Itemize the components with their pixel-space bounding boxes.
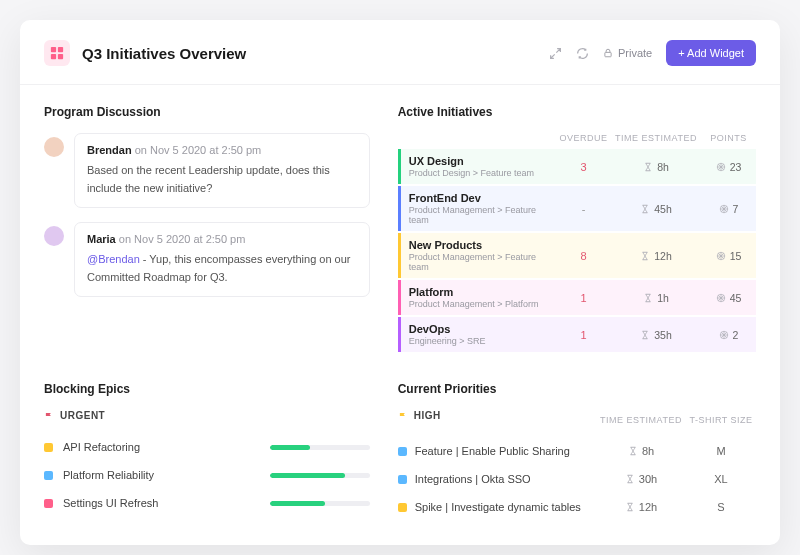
- progress-bar: [270, 473, 370, 478]
- comment-body[interactable]: Maria on Nov 5 2020 at 2:50 pm @Brendan …: [74, 222, 370, 297]
- time-estimated: 45h: [611, 203, 701, 215]
- points-icon: [716, 293, 726, 303]
- initiative-path: Product Management > Feature team: [409, 205, 556, 225]
- initiative-row[interactable]: Platform Product Management > Platform 1…: [398, 280, 756, 315]
- initiative-name: Platform: [409, 286, 556, 298]
- page-title: Q3 Initiatives Overview: [82, 45, 549, 62]
- overdue-count: 1: [556, 329, 611, 341]
- initiative-name: UX Design: [409, 155, 556, 167]
- time-estimated: 8h: [596, 445, 686, 457]
- initiative-path: Product Design > Feature team: [409, 168, 556, 178]
- initiative-row[interactable]: FrontEnd Dev Product Management > Featur…: [398, 186, 756, 231]
- initiative-path: Engineering > SRE: [409, 336, 556, 346]
- avatar: [44, 226, 64, 246]
- epic-name: API Refactoring: [63, 441, 260, 453]
- hourglass-icon: [640, 330, 650, 340]
- points: 7: [701, 203, 756, 215]
- color-dot: [44, 499, 53, 508]
- time-estimated: 30h: [596, 473, 686, 485]
- svg-rect-0: [51, 47, 56, 52]
- progress-bar: [270, 445, 370, 450]
- initiative-name: FrontEnd Dev: [409, 192, 556, 204]
- col-overdue: OVERDUE: [556, 133, 611, 143]
- svg-rect-4: [605, 52, 611, 56]
- priority-name: Spike | Investigate dynamic tables: [415, 501, 581, 513]
- hourglass-icon: [640, 251, 650, 261]
- active-initiatives-panel: Active Initiatives OVERDUE TIME ESTIMATE…: [398, 105, 756, 354]
- svg-rect-1: [58, 47, 63, 52]
- refresh-icon[interactable]: [576, 47, 589, 60]
- col-size: T-SHIRT SIZE: [686, 415, 756, 425]
- time-estimated: 8h: [611, 161, 701, 173]
- points: 2: [701, 329, 756, 341]
- urgency-flag: URGENT: [44, 410, 370, 421]
- comment-author: Brendan: [87, 144, 132, 156]
- dashboard-card: Q3 Initiatives Overview Private + Add Wi…: [20, 20, 780, 545]
- tshirt-size: XL: [686, 473, 756, 485]
- current-priorities-panel: Current Priorities HIGH TIME ESTIMATED T…: [398, 382, 756, 521]
- overdue-count: 1: [556, 292, 611, 304]
- hourglass-icon: [643, 162, 653, 172]
- points: 15: [701, 250, 756, 262]
- comment-text: @Brendan - Yup, this encompasses everyth…: [87, 251, 357, 286]
- hourglass-icon: [640, 204, 650, 214]
- points-icon: [719, 204, 729, 214]
- comment-time: on Nov 5 2020 at 2:50 pm: [135, 144, 262, 156]
- section-title: Current Priorities: [398, 382, 756, 396]
- flag-icon: [398, 411, 408, 421]
- time-estimated: 12h: [596, 501, 686, 513]
- add-widget-button[interactable]: + Add Widget: [666, 40, 756, 66]
- color-dot: [44, 443, 53, 452]
- priority-row[interactable]: Feature | Enable Public Sharing 8h M: [398, 437, 756, 465]
- color-dot: [398, 503, 407, 512]
- color-dot: [44, 471, 53, 480]
- points-icon: [716, 162, 726, 172]
- priority-row[interactable]: Spike | Investigate dynamic tables 12h S: [398, 493, 756, 521]
- epic-name: Platform Reliability: [63, 469, 260, 481]
- section-title: Program Discussion: [44, 105, 370, 119]
- hourglass-icon: [625, 502, 635, 512]
- col-time: TIME ESTIMATED: [596, 415, 686, 425]
- comment: Maria on Nov 5 2020 at 2:50 pm @Brendan …: [44, 222, 370, 297]
- initiative-name: DevOps: [409, 323, 556, 335]
- initiative-row[interactable]: New Products Product Management > Featur…: [398, 233, 756, 278]
- blocking-epics-panel: Blocking Epics URGENT API Refactoring Pl…: [44, 382, 370, 521]
- header: Q3 Initiatives Overview Private + Add Wi…: [20, 20, 780, 85]
- initiative-row[interactable]: DevOps Engineering > SRE 1 35h 2: [398, 317, 756, 352]
- color-dot: [398, 447, 407, 456]
- flag-icon: [44, 411, 54, 421]
- epic-name: Settings UI Refresh: [63, 497, 260, 509]
- lock-icon: [603, 48, 613, 58]
- comment-body[interactable]: Brendan on Nov 5 2020 at 2:50 pm Based o…: [74, 133, 370, 208]
- table-header: TIME ESTIMATED T-SHIRT SIZE: [398, 415, 756, 425]
- progress-bar: [270, 501, 370, 506]
- privacy-indicator: Private: [603, 47, 652, 59]
- app-icon: [44, 40, 70, 66]
- points: 45: [701, 292, 756, 304]
- priority-name: Feature | Enable Public Sharing: [415, 445, 570, 457]
- epic-row[interactable]: API Refactoring: [44, 433, 370, 461]
- mention[interactable]: @Brendan: [87, 253, 140, 265]
- program-discussion-panel: Program Discussion Brendan on Nov 5 2020…: [44, 105, 370, 354]
- section-title: Active Initiatives: [398, 105, 756, 119]
- comment-text: Based on the recent Leadership update, d…: [87, 162, 357, 197]
- color-dot: [398, 475, 407, 484]
- priority-row[interactable]: Integrations | Okta SSO 30h XL: [398, 465, 756, 493]
- col-time: TIME ESTIMATED: [611, 133, 701, 143]
- initiative-path: Product Management > Platform: [409, 299, 556, 309]
- hourglass-icon: [625, 474, 635, 484]
- initiative-row[interactable]: UX Design Product Design > Feature team …: [398, 149, 756, 184]
- tshirt-size: M: [686, 445, 756, 457]
- hourglass-icon: [628, 446, 638, 456]
- points-icon: [716, 251, 726, 261]
- epic-row[interactable]: Settings UI Refresh: [44, 489, 370, 517]
- expand-icon[interactable]: [549, 47, 562, 60]
- comment-author: Maria: [87, 233, 116, 245]
- initiative-name: New Products: [409, 239, 556, 251]
- avatar: [44, 137, 64, 157]
- epic-row[interactable]: Platform Reliability: [44, 461, 370, 489]
- points-icon: [719, 330, 729, 340]
- col-points: POINTS: [701, 133, 756, 143]
- hourglass-icon: [643, 293, 653, 303]
- time-estimated: 1h: [611, 292, 701, 304]
